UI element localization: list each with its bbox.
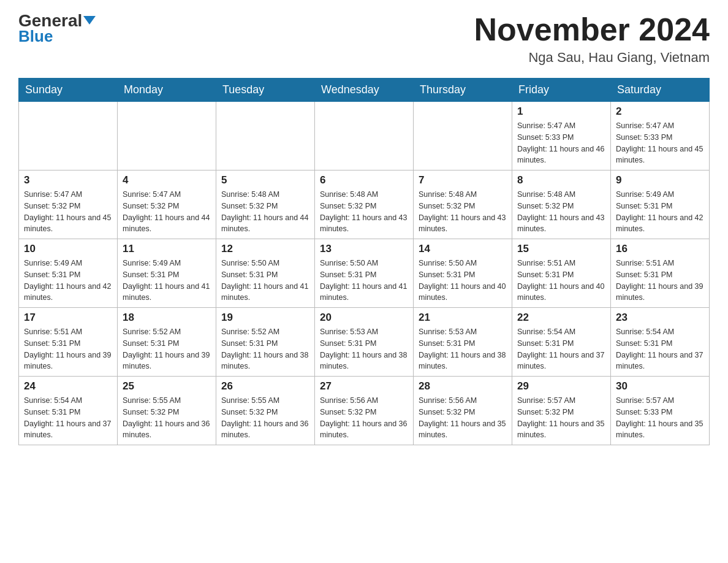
table-row — [315, 102, 414, 170]
day-number: 1 — [517, 105, 605, 118]
day-number: 6 — [320, 174, 408, 186]
day-info: Sunrise: 5:52 AM Sunset: 5:31 PM Dayligh… — [221, 326, 309, 372]
table-row: 30Sunrise: 5:57 AM Sunset: 5:33 PM Dayli… — [611, 377, 710, 445]
col-sunday: Sunday — [19, 79, 118, 102]
day-number: 2 — [616, 105, 704, 118]
table-row: 21Sunrise: 5:53 AM Sunset: 5:31 PM Dayli… — [414, 308, 512, 377]
day-info: Sunrise: 5:50 AM Sunset: 5:31 PM Dayligh… — [320, 258, 408, 304]
table-row — [19, 102, 118, 170]
col-thursday: Thursday — [414, 79, 512, 102]
calendar-header-row: Sunday Monday Tuesday Wednesday Thursday… — [19, 79, 710, 102]
col-friday: Friday — [512, 79, 611, 102]
day-info: Sunrise: 5:48 AM Sunset: 5:32 PM Dayligh… — [419, 189, 507, 235]
day-number: 14 — [419, 243, 507, 255]
day-info: Sunrise: 5:56 AM Sunset: 5:32 PM Dayligh… — [419, 395, 507, 441]
table-row: 3Sunrise: 5:47 AM Sunset: 5:32 PM Daylig… — [19, 170, 118, 239]
day-number: 9 — [616, 174, 704, 186]
day-info: Sunrise: 5:50 AM Sunset: 5:31 PM Dayligh… — [419, 258, 507, 304]
day-info: Sunrise: 5:47 AM Sunset: 5:33 PM Dayligh… — [616, 120, 704, 166]
table-row: 8Sunrise: 5:48 AM Sunset: 5:32 PM Daylig… — [512, 170, 611, 239]
day-number: 12 — [221, 243, 309, 255]
col-tuesday: Tuesday — [216, 79, 315, 102]
table-row: 10Sunrise: 5:49 AM Sunset: 5:31 PM Dayli… — [19, 239, 118, 308]
day-number: 18 — [123, 312, 211, 324]
calendar-table: Sunday Monday Tuesday Wednesday Thursday… — [18, 78, 710, 445]
table-row: 13Sunrise: 5:50 AM Sunset: 5:31 PM Dayli… — [315, 239, 414, 308]
day-info: Sunrise: 5:48 AM Sunset: 5:32 PM Dayligh… — [221, 189, 309, 235]
day-info: Sunrise: 5:53 AM Sunset: 5:31 PM Dayligh… — [320, 326, 408, 372]
day-number: 8 — [517, 174, 605, 186]
day-number: 19 — [221, 312, 309, 324]
day-number: 15 — [517, 243, 605, 255]
day-info: Sunrise: 5:50 AM Sunset: 5:31 PM Dayligh… — [221, 258, 309, 304]
day-number: 27 — [320, 380, 408, 393]
table-row: 23Sunrise: 5:54 AM Sunset: 5:31 PM Dayli… — [611, 308, 710, 377]
table-row: 24Sunrise: 5:54 AM Sunset: 5:31 PM Dayli… — [19, 377, 118, 445]
table-row: 18Sunrise: 5:52 AM Sunset: 5:31 PM Dayli… — [118, 308, 216, 377]
table-row: 4Sunrise: 5:47 AM Sunset: 5:32 PM Daylig… — [118, 170, 216, 239]
calendar-week-row: 24Sunrise: 5:54 AM Sunset: 5:31 PM Dayli… — [19, 377, 710, 445]
day-number: 10 — [24, 243, 112, 255]
day-info: Sunrise: 5:47 AM Sunset: 5:32 PM Dayligh… — [123, 189, 211, 235]
day-info: Sunrise: 5:56 AM Sunset: 5:32 PM Dayligh… — [320, 395, 408, 441]
table-row: 22Sunrise: 5:54 AM Sunset: 5:31 PM Dayli… — [512, 308, 611, 377]
day-info: Sunrise: 5:57 AM Sunset: 5:32 PM Dayligh… — [517, 395, 605, 441]
table-row: 12Sunrise: 5:50 AM Sunset: 5:31 PM Dayli… — [216, 239, 315, 308]
month-title: November 2024 — [474, 12, 710, 47]
day-info: Sunrise: 5:53 AM Sunset: 5:31 PM Dayligh… — [419, 326, 507, 372]
day-number: 25 — [123, 380, 211, 393]
col-wednesday: Wednesday — [315, 79, 414, 102]
table-row — [118, 102, 216, 170]
table-row: 6Sunrise: 5:48 AM Sunset: 5:32 PM Daylig… — [315, 170, 414, 239]
table-row: 27Sunrise: 5:56 AM Sunset: 5:32 PM Dayli… — [315, 377, 414, 445]
day-info: Sunrise: 5:54 AM Sunset: 5:31 PM Dayligh… — [24, 395, 112, 441]
table-row: 16Sunrise: 5:51 AM Sunset: 5:31 PM Dayli… — [611, 239, 710, 308]
day-number: 22 — [517, 312, 605, 324]
day-info: Sunrise: 5:57 AM Sunset: 5:33 PM Dayligh… — [616, 395, 704, 441]
table-row: 19Sunrise: 5:52 AM Sunset: 5:31 PM Dayli… — [216, 308, 315, 377]
day-number: 29 — [517, 380, 605, 393]
logo: General Blue — [18, 12, 96, 46]
table-row: 17Sunrise: 5:51 AM Sunset: 5:31 PM Dayli… — [19, 308, 118, 377]
table-row: 25Sunrise: 5:55 AM Sunset: 5:32 PM Dayli… — [118, 377, 216, 445]
day-number: 3 — [24, 174, 112, 186]
calendar-week-row: 17Sunrise: 5:51 AM Sunset: 5:31 PM Dayli… — [19, 308, 710, 377]
day-info: Sunrise: 5:49 AM Sunset: 5:31 PM Dayligh… — [616, 189, 704, 235]
day-number: 11 — [123, 243, 211, 255]
day-info: Sunrise: 5:55 AM Sunset: 5:32 PM Dayligh… — [123, 395, 211, 441]
day-number: 16 — [616, 243, 704, 255]
day-info: Sunrise: 5:54 AM Sunset: 5:31 PM Dayligh… — [517, 326, 605, 372]
calendar-week-row: 1Sunrise: 5:47 AM Sunset: 5:33 PM Daylig… — [19, 102, 710, 170]
table-row: 11Sunrise: 5:49 AM Sunset: 5:31 PM Dayli… — [118, 239, 216, 308]
day-info: Sunrise: 5:51 AM Sunset: 5:31 PM Dayligh… — [24, 326, 112, 372]
calendar-week-row: 10Sunrise: 5:49 AM Sunset: 5:31 PM Dayli… — [19, 239, 710, 308]
day-info: Sunrise: 5:49 AM Sunset: 5:31 PM Dayligh… — [123, 258, 211, 304]
table-row: 15Sunrise: 5:51 AM Sunset: 5:31 PM Dayli… — [512, 239, 611, 308]
page-header: General Blue November 2024 Nga Sau, Hau … — [18, 12, 710, 66]
table-row: 1Sunrise: 5:47 AM Sunset: 5:33 PM Daylig… — [512, 102, 611, 170]
day-number: 24 — [24, 380, 112, 393]
day-info: Sunrise: 5:48 AM Sunset: 5:32 PM Dayligh… — [320, 189, 408, 235]
table-row: 14Sunrise: 5:50 AM Sunset: 5:31 PM Dayli… — [414, 239, 512, 308]
day-number: 4 — [123, 174, 211, 186]
day-info: Sunrise: 5:54 AM Sunset: 5:31 PM Dayligh… — [616, 326, 704, 372]
day-info: Sunrise: 5:47 AM Sunset: 5:32 PM Dayligh… — [24, 189, 112, 235]
day-number: 30 — [616, 380, 704, 393]
table-row — [414, 102, 512, 170]
calendar-week-row: 3Sunrise: 5:47 AM Sunset: 5:32 PM Daylig… — [19, 170, 710, 239]
day-number: 26 — [221, 380, 309, 393]
table-row: 5Sunrise: 5:48 AM Sunset: 5:32 PM Daylig… — [216, 170, 315, 239]
logo-triangle-icon — [83, 16, 96, 25]
table-row: 28Sunrise: 5:56 AM Sunset: 5:32 PM Dayli… — [414, 377, 512, 445]
day-info: Sunrise: 5:51 AM Sunset: 5:31 PM Dayligh… — [517, 258, 605, 304]
day-info: Sunrise: 5:51 AM Sunset: 5:31 PM Dayligh… — [616, 258, 704, 304]
day-number: 21 — [419, 312, 507, 324]
day-info: Sunrise: 5:48 AM Sunset: 5:32 PM Dayligh… — [517, 189, 605, 235]
location-subtitle: Nga Sau, Hau Giang, Vietnam — [474, 50, 710, 66]
col-saturday: Saturday — [611, 79, 710, 102]
day-number: 20 — [320, 312, 408, 324]
day-number: 17 — [24, 312, 112, 324]
table-row: 7Sunrise: 5:48 AM Sunset: 5:32 PM Daylig… — [414, 170, 512, 239]
day-info: Sunrise: 5:52 AM Sunset: 5:31 PM Dayligh… — [123, 326, 211, 372]
day-info: Sunrise: 5:47 AM Sunset: 5:33 PM Dayligh… — [517, 120, 605, 166]
